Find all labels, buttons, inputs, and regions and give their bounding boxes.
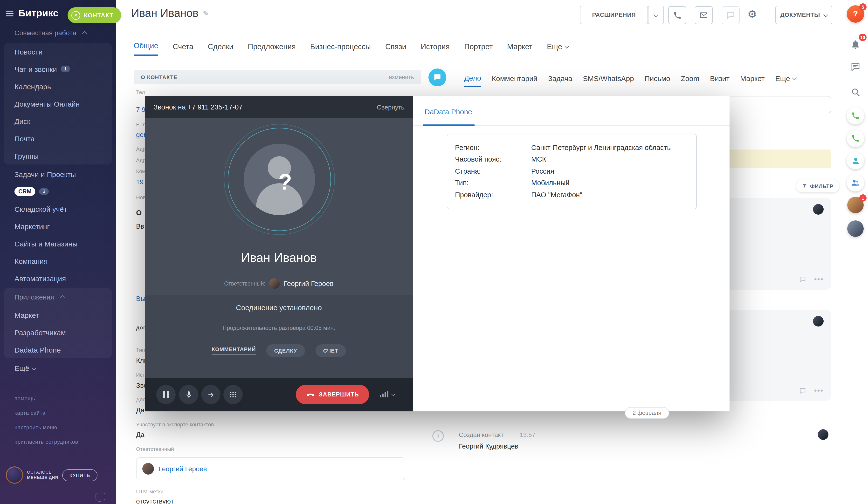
tab-label: Общие [134,41,158,50]
sidebar-item-tasks-projects[interactable]: Задачи и Проекты [0,166,116,183]
user-avatar-button[interactable]: 1 [847,196,864,214]
sidebar-item-company[interactable]: Компания [0,252,116,270]
add-comment-action[interactable]: КОММЕНТАРИЙ [212,346,256,355]
mute-microphone-button[interactable] [179,385,198,404]
notifications-button[interactable]: 10 [847,36,864,53]
edit-pencil-icon[interactable]: ✎ [203,9,209,18]
tab-label: Сделки [208,42,233,51]
sidebar-link-sitemap[interactable]: карта сайта [0,406,116,420]
tab-invoices[interactable]: Счета [173,41,194,56]
extensions-button[interactable]: РАСШИРЕНИЯ [580,6,648,24]
user-avatar-button[interactable] [847,220,864,237]
call-button[interactable] [668,6,686,24]
stream-tab-more[interactable]: Еще [775,74,796,87]
stream-tab-sms-whatsapp[interactable]: SMS/WhatsApp [583,74,634,87]
call-quality-indicator[interactable] [380,391,395,397]
call-contact-name: Иван Иванов [145,250,413,265]
call-window-header: Звонок на +7 911 235-17-07 Свернуть [145,96,413,118]
contact-field-fragment[interactable]: ger [136,131,146,138]
search-button[interactable] [847,83,864,101]
add-deal-action[interactable]: СДЕЛКУ [267,344,305,357]
sidebar-item-crm[interactable]: CRM3 [0,183,116,200]
tab-history[interactable]: История [421,41,450,56]
ellipsis-menu-icon[interactable]: ••• [814,386,824,395]
sidebar-section-apps[interactable]: Приложения [4,288,112,306]
add-invoice-action[interactable]: СЧЕТ [316,344,346,357]
sidebar-item-more[interactable]: Ещё [0,359,116,377]
close-icon[interactable]: ✕ [71,11,80,20]
chat-button[interactable] [722,6,740,24]
stream-tab-visit[interactable]: Визит [710,74,730,87]
responsible-person-link[interactable]: Георгий Героев [159,465,207,473]
sidebar-link-configure-menu[interactable]: настроить меню [0,420,116,434]
utm-field-value: отсутствуют [136,497,174,504]
tab-general[interactable]: Общие [134,41,158,56]
phone-icon [673,11,682,20]
email-button[interactable] [695,6,713,24]
extensions-dropdown-button[interactable] [648,6,664,24]
sidebar-item-sites-stores[interactable]: Сайты и Магазины [0,235,116,252]
stream-tab-market[interactable]: Маркет [740,74,765,87]
timeline-date-pill[interactable]: 2 февраля [625,407,669,419]
chevron-down-icon [792,75,797,80]
telephony-button[interactable] [847,107,864,124]
gear-icon[interactable]: ⚙ [747,8,757,20]
dadata-tab[interactable]: DaData Phone [425,107,472,116]
sidebar-item-chat-calls[interactable]: Чат и звонки1 [4,60,112,78]
sidebar-section-collaboration[interactable]: Совместная работа [0,24,116,42]
tab-market[interactable]: Маркет [507,41,533,56]
stream-tab-letter[interactable]: Письмо [644,74,670,87]
sidebar-link-invite-employees[interactable]: пригласить сотрудников [0,434,116,449]
sidebar-item-marketing[interactable]: Маркетинг [0,218,116,235]
timeline-event-time: 13:57 [520,431,535,438]
sidebar-item-dadata-phone[interactable]: Dadata Phone [4,341,112,358]
tab-more[interactable]: Еще [547,41,568,56]
tab-portrait[interactable]: Портрет [464,41,493,56]
transfer-call-button[interactable] [201,385,220,404]
stream-tab-zoom[interactable]: Zoom [681,74,699,87]
note-icon[interactable] [799,387,806,394]
sidebar-item-inventory[interactable]: Складской учёт [0,200,116,218]
dialpad-button[interactable] [224,385,243,404]
sidebar-item-groups[interactable]: Группы [4,147,112,165]
buy-button[interactable]: КУПИТЬ [62,469,97,481]
help-button[interactable]: ? 5 [847,5,864,23]
sidebar-item-mail[interactable]: Почта [4,130,112,147]
item-label: Компания [14,257,48,265]
app-logo[interactable]: Битрикс [18,8,59,19]
entity-type-badge[interactable]: ✕ КОНТАКТ [68,7,121,23]
sidebar-item-disk[interactable]: Диск [4,112,112,130]
users-button[interactable] [847,174,864,191]
tab-business-processes[interactable]: Бизнес-процессы [310,41,371,56]
sidebar-link-help[interactable]: помощь [0,391,116,406]
callback-button[interactable] [847,130,864,147]
responsible-person-row[interactable]: Георгий Героев [136,457,405,480]
stream-tab-task[interactable]: Задача [548,74,572,87]
timeline-filter-button[interactable]: ФИЛЬТР [796,179,839,192]
collapse-call-button[interactable]: Свернуть [377,104,404,111]
end-call-button[interactable]: ЗАВЕРШИТЬ [296,385,369,404]
note-icon[interactable] [799,276,806,283]
hamburger-menu-icon[interactable] [6,9,13,18]
stream-tab-comment[interactable]: Комментарий [492,74,537,87]
documents-button[interactable]: ДОКУМЕНТЫ [775,6,832,24]
tab-quotes[interactable]: Предложения [248,41,296,56]
tab-links[interactable]: Связи [385,41,406,56]
contact-card-button[interactable] [847,152,864,169]
sidebar-item-calendar[interactable]: Календарь [4,78,112,95]
sidebar-item-automation[interactable]: Автоматизация [0,270,116,287]
stream-tab-activity[interactable]: Дело [464,74,481,87]
contact-panel-edit-link[interactable]: изменить [389,74,414,80]
sidebar-item-news[interactable]: Новости [4,43,112,60]
sidebar-item-documents-online[interactable]: Документы Онлайн [4,95,112,112]
desktop-app-icon[interactable] [95,493,105,500]
sidebar-item-developers[interactable]: Разработчикам [4,324,112,341]
ellipsis-menu-icon[interactable]: ••• [814,275,824,284]
hold-call-button[interactable] [156,385,176,404]
mail-icon [699,11,708,20]
tab-deals[interactable]: Сделки [208,41,233,56]
info-row: Провайдер: ПАО "МегаФон" [455,189,689,201]
sidebar-item-market[interactable]: Маркет [4,306,112,324]
timeline-event-author[interactable]: Георгий Кудрявцев [459,442,518,450]
messenger-button[interactable] [847,59,864,76]
